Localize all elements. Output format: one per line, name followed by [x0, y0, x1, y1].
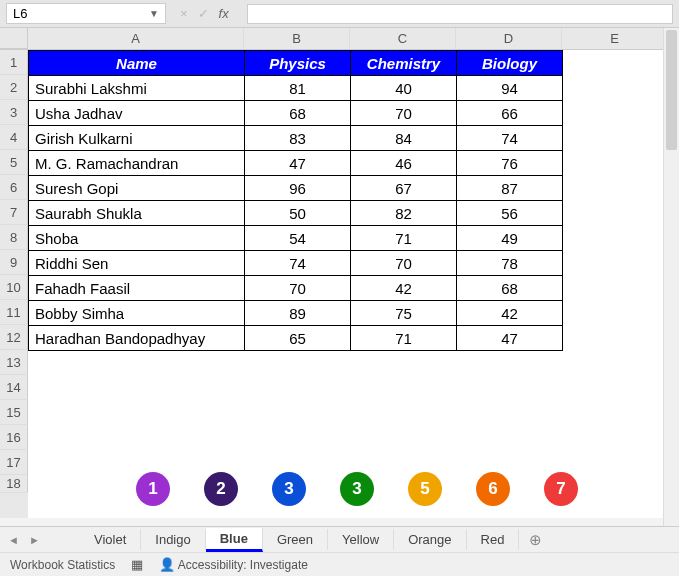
- row-header[interactable]: 3: [0, 100, 28, 125]
- tab-orange[interactable]: Orange: [394, 529, 466, 550]
- tab-green[interactable]: Green: [263, 529, 328, 550]
- row-header[interactable]: 9: [0, 250, 28, 275]
- cell-chemistry[interactable]: 42: [351, 276, 457, 301]
- cell-chemistry[interactable]: 84: [351, 126, 457, 151]
- row-header[interactable]: 7: [0, 200, 28, 225]
- cell-chemistry[interactable]: 70: [351, 251, 457, 276]
- cell-biology[interactable]: 74: [457, 126, 563, 151]
- cell-name[interactable]: M. G. Ramachandran: [29, 151, 245, 176]
- cell-chemistry[interactable]: 70: [351, 101, 457, 126]
- scrollbar-thumb[interactable]: [666, 30, 677, 150]
- header-chemistry[interactable]: Chemistry: [351, 51, 457, 76]
- cell-chemistry[interactable]: 82: [351, 201, 457, 226]
- cell-name[interactable]: Bobby Simha: [29, 301, 245, 326]
- row-header[interactable]: 14: [0, 375, 28, 400]
- col-header-D[interactable]: D: [456, 28, 562, 49]
- row-header[interactable]: 11: [0, 300, 28, 325]
- chevron-down-icon[interactable]: ▼: [149, 8, 159, 19]
- cell-physics[interactable]: 68: [245, 101, 351, 126]
- col-header-C[interactable]: C: [350, 28, 456, 49]
- cell-biology[interactable]: 42: [457, 301, 563, 326]
- cell-name[interactable]: Riddhi Sen: [29, 251, 245, 276]
- tab-yellow[interactable]: Yellow: [328, 529, 394, 550]
- cell-chemistry[interactable]: 71: [351, 326, 457, 351]
- cell-physics[interactable]: 65: [245, 326, 351, 351]
- cells[interactable]: Name Physics Chemistry Biology Surabhi L…: [28, 50, 679, 518]
- cell-name[interactable]: Girish Kulkarni: [29, 126, 245, 151]
- name-box[interactable]: L6 ▼: [6, 3, 166, 24]
- cell-physics[interactable]: 89: [245, 301, 351, 326]
- cell-name[interactable]: Haradhan Bandopadhyay: [29, 326, 245, 351]
- cell-physics[interactable]: 96: [245, 176, 351, 201]
- cell-name[interactable]: Suresh Gopi: [29, 176, 245, 201]
- tab-blue[interactable]: Blue: [206, 528, 263, 552]
- cell-physics[interactable]: 54: [245, 226, 351, 251]
- add-sheet-button[interactable]: ⊕: [519, 528, 552, 552]
- select-all-corner[interactable]: [0, 28, 28, 49]
- cell-physics[interactable]: 47: [245, 151, 351, 176]
- workbook-stats-label[interactable]: Workbook Statistics: [10, 558, 115, 572]
- formula-input[interactable]: [247, 4, 673, 24]
- row-header[interactable]: 1: [0, 50, 28, 75]
- cell-biology[interactable]: 56: [457, 201, 563, 226]
- cell-biology[interactable]: 47: [457, 326, 563, 351]
- table-row: Fahadh Faasil704268: [29, 276, 563, 301]
- enter-icon: ✓: [198, 6, 209, 21]
- col-header-E[interactable]: E: [562, 28, 668, 49]
- cell-biology[interactable]: 94: [457, 76, 563, 101]
- cell-name[interactable]: Surabhi Lakshmi: [29, 76, 245, 101]
- formula-bar-buttons: × ✓ fx: [174, 6, 235, 21]
- cell-physics[interactable]: 83: [245, 126, 351, 151]
- next-sheet-icon[interactable]: ►: [29, 534, 40, 546]
- accessibility-button[interactable]: 👤 Accessibility: Investigate: [159, 557, 308, 572]
- row-header[interactable]: 10: [0, 275, 28, 300]
- cell-physics[interactable]: 74: [245, 251, 351, 276]
- cell-physics[interactable]: 81: [245, 76, 351, 101]
- cell-biology[interactable]: 66: [457, 101, 563, 126]
- cell-biology[interactable]: 87: [457, 176, 563, 201]
- cell-name[interactable]: Saurabh Shukla: [29, 201, 245, 226]
- header-name[interactable]: Name: [29, 51, 245, 76]
- cell-chemistry[interactable]: 67: [351, 176, 457, 201]
- cell-biology[interactable]: 76: [457, 151, 563, 176]
- cell-chemistry[interactable]: 46: [351, 151, 457, 176]
- row-header[interactable]: 15: [0, 400, 28, 425]
- row-header[interactable]: 12: [0, 325, 28, 350]
- tab-indigo[interactable]: Indigo: [141, 529, 205, 550]
- col-header-B[interactable]: B: [244, 28, 350, 49]
- fx-icon[interactable]: fx: [219, 6, 229, 21]
- cell-physics[interactable]: 50: [245, 201, 351, 226]
- header-physics[interactable]: Physics: [245, 51, 351, 76]
- prev-sheet-icon[interactable]: ◄: [8, 534, 19, 546]
- cell-chemistry[interactable]: 40: [351, 76, 457, 101]
- cell-biology[interactable]: 78: [457, 251, 563, 276]
- row-header[interactable]: 17: [0, 450, 28, 475]
- row-header[interactable]: 8: [0, 225, 28, 250]
- row-header[interactable]: 13: [0, 350, 28, 375]
- tab-violet[interactable]: Violet: [80, 529, 141, 550]
- accessibility-icon: 👤: [159, 557, 175, 572]
- cell-biology[interactable]: 68: [457, 276, 563, 301]
- badge-red: 7: [544, 472, 578, 506]
- row-header[interactable]: 2: [0, 75, 28, 100]
- row-header[interactable]: 4: [0, 125, 28, 150]
- badge-blue: 3: [272, 472, 306, 506]
- display-settings-icon[interactable]: ▦: [131, 557, 143, 572]
- cell-physics[interactable]: 70: [245, 276, 351, 301]
- cell-name[interactable]: Shoba: [29, 226, 245, 251]
- cell-name[interactable]: Usha Jadhav: [29, 101, 245, 126]
- cell-chemistry[interactable]: 71: [351, 226, 457, 251]
- row-header[interactable]: 6: [0, 175, 28, 200]
- header-biology[interactable]: Biology: [457, 51, 563, 76]
- col-header-A[interactable]: A: [28, 28, 244, 49]
- tab-red[interactable]: Red: [467, 529, 520, 550]
- row-header[interactable]: 16: [0, 425, 28, 450]
- color-badges: 1 2 3 3 5 6 7: [136, 472, 578, 506]
- name-box-value: L6: [13, 6, 27, 21]
- cell-name[interactable]: Fahadh Faasil: [29, 276, 245, 301]
- row-header[interactable]: 18: [0, 475, 28, 493]
- row-header[interactable]: 5: [0, 150, 28, 175]
- cell-biology[interactable]: 49: [457, 226, 563, 251]
- vertical-scrollbar[interactable]: [663, 28, 679, 526]
- cell-chemistry[interactable]: 75: [351, 301, 457, 326]
